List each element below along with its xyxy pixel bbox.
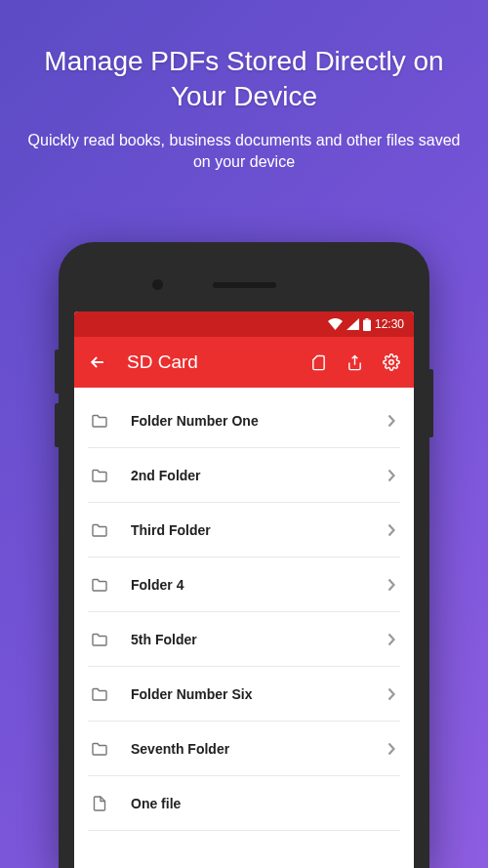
status-time: 12:30 — [375, 317, 404, 331]
battery-icon — [363, 318, 371, 331]
chevron-right-icon — [386, 742, 396, 756]
folder-icon-wrap — [92, 633, 107, 646]
storage-button[interactable] — [310, 354, 327, 371]
svg-rect-1 — [363, 319, 371, 331]
status-bar: 12:30 — [74, 311, 414, 337]
promo-title: Manage PDFs Stored Directly on Your Devi… — [0, 0, 488, 130]
list-item[interactable]: 5th Folder — [88, 612, 400, 667]
file-icon — [93, 796, 106, 811]
chevron-wrap — [386, 578, 396, 592]
file-icon-wrap — [93, 796, 106, 811]
list-item-label: Third Folder — [131, 522, 363, 538]
phone-volume-down — [55, 403, 59, 447]
sd-card-icon — [310, 354, 327, 371]
list-item-label: Folder Number Six — [131, 686, 363, 702]
folder-icon — [92, 469, 107, 482]
phone-power-button — [429, 369, 433, 437]
list-item[interactable]: Folder Number Six — [88, 667, 400, 722]
list-item[interactable]: One file — [88, 776, 400, 831]
promo-subtitle: Quickly read books, business documents a… — [0, 130, 488, 174]
folder-icon-wrap — [92, 414, 107, 428]
chevron-right-icon — [386, 578, 396, 592]
list-item[interactable]: Folder Number One — [88, 388, 400, 448]
share-button[interactable] — [346, 354, 363, 371]
svg-point-2 — [389, 360, 394, 365]
folder-icon — [92, 523, 107, 537]
folder-icon — [92, 687, 107, 701]
chevron-right-icon — [386, 414, 396, 428]
cellular-icon — [346, 318, 359, 330]
chevron-wrap — [386, 523, 396, 537]
file-list: Folder Number One2nd FolderThird FolderF… — [74, 388, 414, 831]
list-item[interactable]: Third Folder — [88, 503, 400, 558]
folder-icon — [92, 414, 107, 428]
list-item-label: One file — [131, 796, 396, 811]
share-icon — [346, 354, 363, 371]
gear-icon — [383, 353, 400, 371]
settings-button[interactable] — [383, 353, 400, 371]
folder-icon-wrap — [92, 578, 107, 592]
chevron-wrap — [386, 742, 396, 756]
folder-icon-wrap — [92, 742, 107, 756]
folder-icon-wrap — [92, 523, 107, 537]
wifi-icon — [328, 318, 343, 330]
list-item[interactable]: 2nd Folder — [88, 448, 400, 503]
list-item-label: Folder Number One — [131, 413, 363, 429]
phone-frame: 12:30 SD Card — [59, 242, 429, 868]
folder-icon-wrap — [92, 687, 107, 701]
svg-rect-0 — [365, 318, 368, 320]
folder-icon — [92, 578, 107, 592]
chevron-wrap — [386, 633, 396, 646]
folder-icon — [92, 633, 107, 646]
list-item-label: Seventh Folder — [131, 741, 363, 757]
phone-screen: 12:30 SD Card — [74, 311, 414, 868]
phone-top-bezel — [74, 258, 414, 311]
chevron-right-icon — [386, 469, 396, 482]
app-bar: SD Card — [74, 337, 414, 388]
folder-icon — [92, 742, 107, 756]
list-item-label: 5th Folder — [131, 632, 363, 647]
list-item[interactable]: Folder 4 — [88, 558, 400, 612]
app-bar-actions — [310, 353, 400, 371]
list-item[interactable]: Seventh Folder — [88, 722, 400, 776]
chevron-wrap — [386, 687, 396, 701]
folder-icon-wrap — [92, 469, 107, 482]
phone-volume-up — [55, 350, 59, 393]
list-item-label: Folder 4 — [131, 577, 363, 593]
phone-speaker — [213, 282, 276, 288]
chevron-wrap — [386, 469, 396, 482]
arrow-left-icon — [88, 352, 107, 372]
chevron-right-icon — [386, 687, 396, 701]
phone-camera — [152, 279, 163, 290]
app-bar-title: SD Card — [127, 351, 291, 373]
chevron-wrap — [386, 414, 396, 428]
back-button[interactable] — [88, 352, 107, 372]
list-item-label: 2nd Folder — [131, 468, 363, 483]
chevron-right-icon — [386, 523, 396, 537]
chevron-right-icon — [386, 633, 396, 646]
